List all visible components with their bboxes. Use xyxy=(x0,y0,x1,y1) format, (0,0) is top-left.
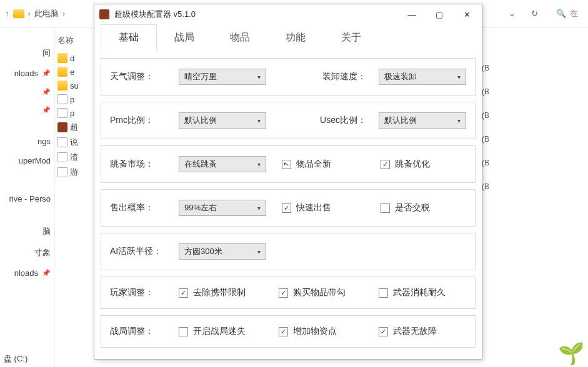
list-item[interactable]: p xyxy=(57,92,91,106)
sidebar-item[interactable]: 脑 xyxy=(0,221,54,242)
breadcrumb[interactable]: › 此电脑 › xyxy=(13,8,69,19)
pin-icon: 📌 xyxy=(42,269,51,277)
chevron-down-icon: ▾ xyxy=(257,74,261,81)
checkbox-icon xyxy=(179,288,188,298)
checkbox-icon xyxy=(381,160,390,169)
group-ratio: Pmc比例： 默认比例▾ Usec比例： 默认比例▾ xyxy=(101,102,476,139)
checkbox-allnew[interactable]: ↖ 物品全新 xyxy=(282,159,368,170)
list-item[interactable]: p xyxy=(57,106,91,120)
tab-battle[interactable]: 战局 xyxy=(156,24,212,51)
label-loadspeed: 装卸速度： xyxy=(322,71,366,82)
sidebar-item[interactable]: nloads📌 xyxy=(0,263,54,283)
tab-about[interactable]: 关于 xyxy=(323,24,379,51)
group-battle: 战局调整： 开启战局迷失 增加物资点 武器无故障 xyxy=(101,315,476,348)
chevron-right-icon: › xyxy=(62,9,65,18)
dropdown-sellrate[interactable]: 99%左右▾ xyxy=(179,200,266,216)
sidebar: 间 nloads📌 📌 📌 ngs uperMod rive - Perso 脑… xyxy=(0,27,55,367)
up-icon[interactable]: ↑ xyxy=(5,9,9,18)
config-window: 超级模块配置器 v5.1.0 — ▢ ✕ 基础 战局 物品 功能 关于 天气调整… xyxy=(94,4,482,360)
dropdown-usec[interactable]: 默认比例▾ xyxy=(379,112,466,129)
label-pmc: Pmc比例： xyxy=(110,115,166,126)
list-item[interactable]: su xyxy=(57,79,91,92)
sidebar-item[interactable]: rive - Perso xyxy=(0,189,54,208)
list-item[interactable]: 渣 xyxy=(57,150,91,165)
pin-icon: 📌 xyxy=(42,69,51,77)
chevron-down-icon: ▾ xyxy=(457,117,461,124)
search-icon: 🔍 xyxy=(556,9,566,18)
dropdown-loadspeed[interactable]: 极速装卸▾ xyxy=(379,69,466,85)
checkbox-icon xyxy=(179,327,188,336)
window-title: 超级模块配置器 v5.1.0 xyxy=(114,9,196,20)
pin-icon: 📌 xyxy=(42,106,51,114)
chevron-down-icon: ▾ xyxy=(457,74,461,81)
label-player: 玩家调整： xyxy=(110,287,166,298)
refresh-icon[interactable]: ↻ xyxy=(529,8,540,19)
checkbox-icon xyxy=(279,288,288,298)
dropdown-weather[interactable]: 晴空万里▾ xyxy=(179,69,266,85)
checkbox-maze[interactable]: 开启战局迷失 xyxy=(179,326,266,337)
sidebar-item[interactable]: uperMod xyxy=(0,151,54,170)
label-usec: Usec比例： xyxy=(320,115,366,126)
label-airadius: AI活跃半径： xyxy=(110,246,166,257)
sidebar-item[interactable]: 📌 xyxy=(0,83,54,101)
label-weather: 天气调整： xyxy=(110,71,166,82)
sidebar-item[interactable]: 间 xyxy=(0,42,54,64)
checkbox-icon xyxy=(279,327,288,336)
checkbox-weapok[interactable]: 武器无故障 xyxy=(379,326,466,337)
file-icon xyxy=(57,108,67,118)
app-icon xyxy=(57,122,67,132)
pin-icon: 📌 xyxy=(42,88,51,96)
sidebar-item[interactable]: ngs xyxy=(0,132,54,151)
list-item[interactable]: e xyxy=(57,65,91,79)
sidebar-item[interactable]: 寸象 xyxy=(0,242,54,263)
sidebar-item[interactable]: 📌 xyxy=(0,101,54,119)
folder-icon xyxy=(13,9,24,18)
tab-items[interactable]: 物品 xyxy=(212,24,268,51)
sidebar-item[interactable]: nloads📌 xyxy=(0,64,54,83)
breadcrumb-pc[interactable]: 此电脑 xyxy=(34,8,59,19)
checkbox-nolimit[interactable]: 去除携带限制 xyxy=(179,287,266,298)
tab-basic[interactable]: 基础 xyxy=(101,24,157,51)
group-player: 玩家调整： 去除携带限制 购买物品带勾 武器消耗耐久 xyxy=(101,276,476,309)
list-item[interactable]: 说 xyxy=(57,135,91,150)
group-weather: 天气调整： 晴空万里▾ 装卸速度： 极速装卸▾ xyxy=(101,58,476,95)
tab-func[interactable]: 功能 xyxy=(267,24,324,51)
dropdown-market[interactable]: 在线跳蚤▾ xyxy=(179,156,266,172)
checkbox-weapwear[interactable]: 武器消耗耐久 xyxy=(379,287,466,298)
chevron-right-icon: › xyxy=(28,9,31,18)
checkbox-icon xyxy=(379,327,388,336)
folder-icon xyxy=(57,67,67,77)
checkbox-tax[interactable]: 是否交税 xyxy=(381,202,467,213)
checkbox-icon xyxy=(381,203,390,213)
file-icon xyxy=(57,137,67,147)
label-sellrate: 售出概率： xyxy=(110,202,166,213)
checkbox-buyhook[interactable]: 购买物品带勾 xyxy=(279,287,366,298)
file-icon xyxy=(57,167,67,177)
checkbox-fastsell[interactable]: 快速出售 xyxy=(282,202,368,213)
dropdown-pmc[interactable]: 默认比例▾ xyxy=(179,112,266,129)
group-sell: 售出概率： 99%左右▾ 快速出售 是否交税 xyxy=(101,189,476,227)
file-list: 名称 d e su p p 超 说 渣 游 xyxy=(55,27,94,367)
tab-content: 天气调整： 晴空万里▾ 装卸速度： 极速装卸▾ Pmc比例： 默认比例▾ Use… xyxy=(94,52,482,360)
dropdown-icon[interactable]: ⌄ xyxy=(506,8,517,19)
folder-icon xyxy=(57,53,67,63)
checkbox-icon xyxy=(379,288,388,298)
column-header-name[interactable]: 名称 xyxy=(57,35,91,51)
list-item[interactable]: 超 xyxy=(57,120,91,135)
list-item[interactable]: 游 xyxy=(57,165,91,180)
checkbox-optmarket[interactable]: 跳蚤优化 xyxy=(381,159,467,170)
list-item[interactable]: d xyxy=(57,51,91,65)
search-input[interactable]: 🔍 在 xyxy=(551,7,583,21)
maximize-button[interactable]: ▢ xyxy=(426,5,453,24)
size-column: (B (B (B (B (B (B xyxy=(482,56,489,198)
close-button[interactable]: ✕ xyxy=(453,5,481,24)
chevron-down-icon: ▾ xyxy=(257,117,261,124)
minimize-button[interactable]: — xyxy=(398,5,426,24)
plant-decoration: 🌱 xyxy=(558,341,584,366)
folder-icon xyxy=(57,81,67,91)
dropdown-airadius[interactable]: 方圆300米▾ xyxy=(179,243,266,260)
checkbox-addpoints[interactable]: 增加物资点 xyxy=(279,326,366,337)
search-label: 在 xyxy=(570,8,578,19)
drive-label[interactable]: 盘 (C:) xyxy=(4,353,27,365)
titlebar[interactable]: 超级模块配置器 v5.1.0 — ▢ ✕ xyxy=(94,4,482,24)
